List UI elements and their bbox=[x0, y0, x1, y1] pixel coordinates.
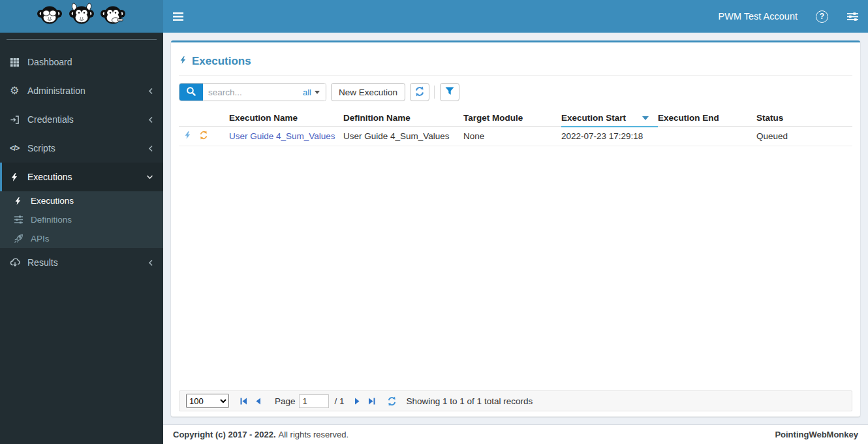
column-header-execution-start[interactable]: Execution Start bbox=[561, 110, 658, 127]
content-area: Executions all bbox=[163, 33, 868, 424]
refresh-list-icon[interactable] bbox=[387, 396, 397, 406]
chevron-left-icon bbox=[148, 116, 153, 123]
execution-start-cell: 2022-07-23 17:29:18 bbox=[561, 127, 658, 146]
column-header-target-module[interactable]: Target Module bbox=[463, 110, 561, 127]
submenu-item-definitions[interactable]: Definitions bbox=[0, 210, 163, 229]
new-execution-button[interactable]: New Execution bbox=[331, 83, 405, 101]
filter-funnel-icon bbox=[445, 87, 454, 97]
search-scope-dropdown[interactable]: all bbox=[297, 84, 326, 101]
rights-text: All rights reserved. bbox=[279, 430, 349, 439]
target-module-cell: None bbox=[463, 127, 561, 146]
refresh-button[interactable] bbox=[410, 83, 429, 101]
refresh-icon bbox=[414, 86, 425, 99]
chevron-left-icon bbox=[148, 145, 153, 152]
search-group: all bbox=[179, 83, 326, 101]
bolt-icon bbox=[14, 197, 31, 206]
toolbar: all New Execution bbox=[179, 83, 852, 101]
last-page-icon[interactable] bbox=[367, 397, 376, 405]
page-total: / 1 bbox=[335, 396, 345, 406]
sidebar-item-executions[interactable]: Executions bbox=[0, 163, 163, 191]
executions-table: Execution Name Definition Name Target Mo… bbox=[179, 110, 852, 146]
chevron-left-icon bbox=[148, 259, 153, 266]
page-title-text: Executions bbox=[192, 55, 251, 68]
chevron-down-icon bbox=[146, 174, 153, 180]
help-icon[interactable] bbox=[816, 10, 828, 23]
code-icon: </> bbox=[10, 144, 27, 153]
column-header-status[interactable]: Status bbox=[756, 110, 852, 127]
search-icon bbox=[186, 86, 196, 99]
sidebar-item-dashboard[interactable]: Dashboard bbox=[0, 48, 163, 76]
pagination-bar: 100 Page / 1 bbox=[179, 390, 852, 411]
first-page-icon[interactable] bbox=[240, 397, 248, 405]
column-header-actions bbox=[179, 110, 229, 127]
definition-name-cell: User Guide 4_Sum_Values bbox=[343, 127, 463, 146]
submenu-item-apis[interactable]: APIs bbox=[0, 229, 163, 248]
hamburger-menu-icon[interactable] bbox=[173, 12, 183, 21]
sidebar-item-label: Administration bbox=[27, 86, 85, 96]
page-number-input[interactable] bbox=[299, 394, 329, 408]
records-summary: Showing 1 to 1 of 1 total records bbox=[407, 396, 533, 406]
grid-icon bbox=[10, 57, 27, 67]
sidebar-item-administration[interactable]: ⚙ Administration bbox=[0, 76, 163, 105]
copyright-text: Copyright (c) 2017 - 2022. bbox=[173, 430, 276, 439]
run-execution-icon[interactable] bbox=[183, 131, 192, 142]
rocket-icon bbox=[14, 234, 31, 244]
execution-end-cell bbox=[658, 127, 756, 146]
search-scope-label: all bbox=[303, 87, 311, 97]
sidebar-item-results[interactable]: Results bbox=[0, 248, 163, 277]
sidebar-item-label: Dashboard bbox=[27, 57, 72, 67]
page-size-select[interactable]: 100 bbox=[186, 394, 229, 408]
submenu-item-label: APIs bbox=[31, 234, 50, 244]
three-monkeys-logo-icon bbox=[33, 1, 131, 31]
sidebar-item-label: Credentials bbox=[27, 114, 74, 125]
sidebar-item-credentials[interactable]: Credentials bbox=[0, 105, 163, 134]
sliders-icon bbox=[14, 215, 31, 225]
filter-button[interactable] bbox=[440, 83, 459, 101]
submenu-item-label: Executions bbox=[31, 196, 74, 206]
sidebar-item-label: Executions bbox=[27, 172, 72, 182]
page-label: Page bbox=[275, 396, 296, 406]
executions-panel: Executions all bbox=[171, 40, 860, 417]
toolbar-divider bbox=[434, 86, 435, 99]
sidebar: Dashboard ⚙ Administration Credentials bbox=[0, 33, 163, 444]
sign-in-icon bbox=[10, 115, 27, 125]
title-divider bbox=[179, 75, 852, 76]
logo-area[interactable] bbox=[0, 0, 163, 33]
rerun-execution-icon[interactable] bbox=[199, 131, 208, 142]
sidebar-item-scripts[interactable]: </> Scripts bbox=[0, 134, 163, 163]
submenu-item-executions[interactable]: Executions bbox=[0, 191, 163, 210]
next-page-icon[interactable] bbox=[354, 397, 361, 405]
previous-page-icon[interactable] bbox=[255, 397, 262, 405]
brand-name: PointingWebMonkey bbox=[775, 430, 858, 439]
sidebar-divider bbox=[7, 39, 157, 40]
cloud-download-icon bbox=[10, 257, 27, 268]
page-title: Executions bbox=[179, 55, 852, 68]
status-cell: Queued bbox=[756, 127, 852, 146]
top-navbar: PWM Test Account bbox=[163, 0, 868, 33]
execution-name-link[interactable]: User Guide 4_Sum_Values bbox=[229, 131, 335, 141]
column-header-definition-name[interactable]: Definition Name bbox=[343, 110, 463, 127]
settings-sliders-icon[interactable] bbox=[846, 12, 859, 22]
caret-down-icon bbox=[315, 91, 320, 94]
account-menu[interactable]: PWM Test Account bbox=[719, 11, 798, 22]
sidebar-item-label: Results bbox=[27, 257, 58, 268]
bolt-icon bbox=[179, 55, 187, 68]
submenu-item-label: Definitions bbox=[31, 215, 72, 225]
footer: Copyright (c) 2017 - 2022. All rights re… bbox=[163, 424, 868, 444]
executions-submenu: Executions Definitions bbox=[0, 191, 163, 248]
bolt-icon bbox=[10, 172, 27, 182]
sort-desc-icon bbox=[642, 116, 649, 120]
chevron-left-icon bbox=[148, 87, 153, 95]
app-window: PWM Test Account bbox=[0, 0, 868, 444]
column-header-execution-end[interactable]: Execution End bbox=[658, 110, 756, 127]
search-input[interactable] bbox=[203, 84, 297, 101]
search-button[interactable] bbox=[179, 84, 203, 101]
table-header-row: Execution Name Definition Name Target Mo… bbox=[179, 110, 852, 127]
table-row: User Guide 4_Sum_Values User Guide 4_Sum… bbox=[179, 127, 852, 146]
gears-icon: ⚙ bbox=[10, 86, 27, 96]
column-header-execution-name[interactable]: Execution Name bbox=[229, 110, 343, 127]
sidebar-item-label: Scripts bbox=[27, 143, 55, 153]
